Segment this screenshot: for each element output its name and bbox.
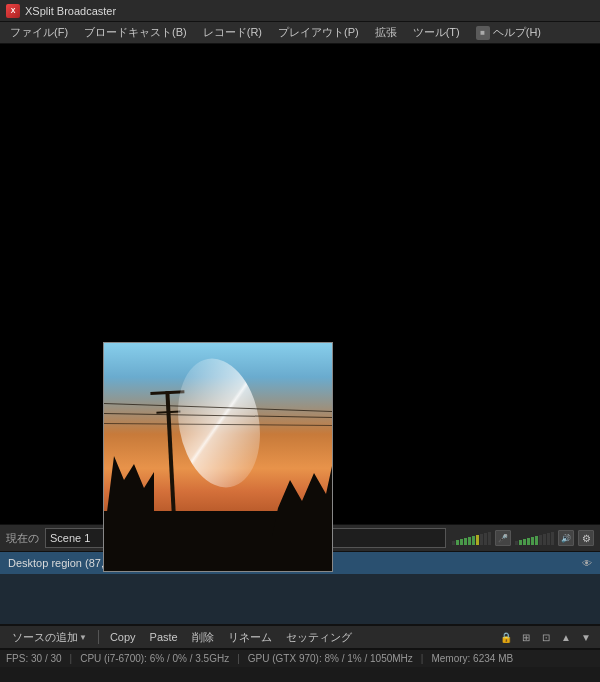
menu-record[interactable]: レコード(R) — [195, 23, 270, 42]
electric-pole — [165, 391, 176, 531]
menu-help[interactable]: ■ ヘルプ(H) — [468, 23, 549, 42]
tree-right-silhouette — [272, 466, 332, 536]
help-icon: ■ — [476, 26, 490, 40]
sources-empty-area — [0, 574, 600, 624]
seg — [460, 539, 463, 545]
seg — [527, 538, 530, 545]
status-bar: FPS: 30 / 30 | CPU (i7-6700): 6% / 0% / … — [0, 649, 600, 667]
seg — [480, 534, 483, 545]
speaker-button[interactable]: 🔊 — [558, 530, 574, 546]
level-meter-right — [515, 531, 554, 545]
menu-tools[interactable]: ツール(T) — [405, 23, 468, 42]
fit-icon[interactable]: ⊡ — [538, 629, 554, 645]
audio-settings-button[interactable]: ⚙ — [578, 530, 594, 546]
seg — [519, 540, 522, 545]
status-fps: FPS: 30 / 30 — [6, 653, 62, 664]
seg — [543, 534, 546, 545]
app-title: XSplit Broadcaster — [25, 5, 116, 17]
seg — [531, 537, 534, 545]
menu-bar: ファイル(F) ブロードキャスト(B) レコード(R) プレイアウト(P) 拡張… — [0, 22, 600, 44]
seg — [539, 535, 542, 545]
seg — [472, 536, 475, 545]
move-down-icon[interactable]: ▼ — [578, 629, 594, 645]
scene-controls: 🎤 🔊 ⚙ — [452, 530, 594, 546]
toolbar-separator-1 — [98, 630, 99, 644]
mic-button[interactable]: 🎤 — [495, 530, 511, 546]
menu-extension[interactable]: 拡張 — [367, 23, 405, 42]
source-visibility-icon[interactable]: 👁 — [582, 558, 592, 569]
seg — [515, 541, 518, 545]
menu-file[interactable]: ファイル(F) — [2, 23, 76, 42]
status-memory: Memory: 6234 MB — [431, 653, 513, 664]
seg — [452, 541, 455, 545]
paste-button[interactable]: Paste — [144, 629, 184, 645]
seg — [547, 533, 550, 545]
move-up-icon[interactable]: ▲ — [558, 629, 574, 645]
settings-button[interactable]: セッティング — [280, 628, 358, 647]
source-add-arrow-icon: ▼ — [79, 633, 87, 642]
bottom-toolbar: ソースの追加 ▼ Copy Paste 削除 リネーム セッティング 🔒 ⊞ ⊡… — [0, 625, 600, 649]
preview-area — [0, 44, 600, 524]
scene-preview — [103, 342, 333, 572]
scene-label: 現在の — [6, 531, 39, 546]
copy-button[interactable]: Copy — [104, 629, 142, 645]
seg — [464, 538, 467, 545]
delete-button[interactable]: 削除 — [186, 628, 220, 647]
seg — [488, 532, 491, 545]
expand-icon[interactable]: ⊞ — [518, 629, 534, 645]
title-bar: X XSplit Broadcaster — [0, 0, 600, 22]
status-cpu: CPU (i7-6700): 6% / 0% / 3.5GHz — [80, 653, 229, 664]
status-gpu: GPU (GTX 970): 8% / 1% / 1050MHz — [248, 653, 413, 664]
seg — [551, 532, 554, 545]
sky-background — [104, 343, 332, 571]
rename-button[interactable]: リネーム — [222, 628, 278, 647]
seg — [484, 533, 487, 545]
toolbar-right-icons: 🔒 ⊞ ⊡ ▲ ▼ — [498, 629, 594, 645]
menu-broadcast[interactable]: ブロードキャスト(B) — [76, 23, 195, 42]
lock-icon[interactable]: 🔒 — [498, 629, 514, 645]
level-meter-left — [452, 531, 491, 545]
seg — [456, 540, 459, 545]
seg — [468, 537, 471, 545]
seg — [535, 536, 538, 545]
app-icon: X — [6, 4, 20, 18]
source-add-button[interactable]: ソースの追加 ▼ — [6, 628, 93, 647]
seg — [476, 535, 479, 545]
seg — [523, 539, 526, 545]
menu-playout[interactable]: プレイアウト(P) — [270, 23, 367, 42]
